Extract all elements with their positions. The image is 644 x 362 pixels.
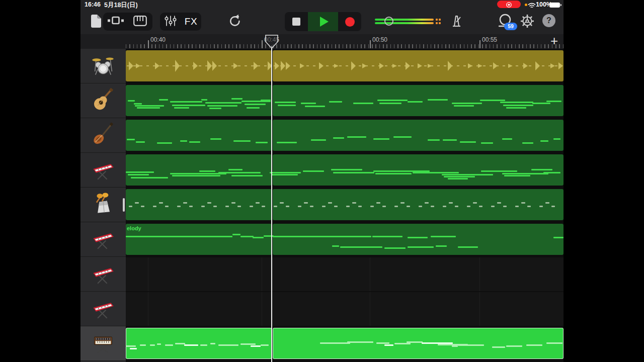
grid-line <box>370 257 370 291</box>
drums-icon <box>91 53 115 79</box>
percussion-icon <box>91 192 115 218</box>
document-browser-button[interactable] <box>90 14 102 28</box>
track-header-3[interactable] <box>80 118 126 153</box>
midi-note <box>253 237 264 238</box>
transport-controls <box>285 12 361 31</box>
playhead-marker[interactable] <box>265 35 279 51</box>
midi-note <box>225 206 229 207</box>
record-button[interactable] <box>338 12 361 31</box>
midi-note <box>184 344 198 346</box>
waveform-spike <box>193 62 198 70</box>
waveform-spike <box>448 61 452 71</box>
track-header-5[interactable] <box>80 188 126 222</box>
midi-note <box>245 104 266 105</box>
undo-button[interactable] <box>229 14 243 28</box>
midi-note <box>157 142 172 144</box>
midi-note <box>394 343 411 344</box>
grid-line <box>479 292 480 326</box>
midi-note <box>346 206 350 207</box>
grid-line <box>370 292 370 326</box>
midi-note <box>340 246 382 248</box>
track-controls-button[interactable] <box>160 13 181 31</box>
help-button[interactable]: ? <box>542 14 555 27</box>
ruler-major-tick <box>262 40 263 48</box>
midi-note <box>443 139 457 141</box>
tracks-view-button[interactable] <box>103 13 128 31</box>
waveform-spike <box>535 61 540 70</box>
view-segmented-control <box>103 13 152 31</box>
midi-note <box>218 172 261 173</box>
ruler-add-button[interactable]: + <box>550 33 558 49</box>
midi-note <box>551 206 555 207</box>
midi-note <box>540 140 548 142</box>
track-lane-empty-7[interactable] <box>126 257 564 291</box>
midi-note <box>172 175 220 176</box>
midi-note <box>240 343 256 345</box>
waveform-spike <box>508 64 513 68</box>
midi-note <box>189 206 193 207</box>
waveform-spike <box>493 62 498 69</box>
settings-button[interactable] <box>520 14 535 29</box>
midi-note <box>407 206 410 207</box>
ruler-major-tick <box>479 40 480 48</box>
midi-note <box>136 141 145 143</box>
midi-note <box>502 138 512 140</box>
midi-note <box>153 206 156 207</box>
stop-button[interactable] <box>285 12 308 31</box>
instrument-view-button[interactable] <box>128 13 152 31</box>
track-4-notes <box>126 154 564 186</box>
midi-note <box>460 141 476 143</box>
waveform-spike <box>254 62 258 70</box>
midi-note <box>278 105 296 106</box>
midi-note <box>379 103 401 104</box>
region-name-label: elody <box>127 225 141 231</box>
track-lane-area: elody <box>126 49 564 362</box>
midi-note <box>332 245 339 247</box>
midi-note <box>407 341 423 343</box>
midi-note <box>506 345 522 347</box>
track-scroll-indicator[interactable] <box>123 198 125 212</box>
screen-recording-indicator-icon[interactable] <box>497 1 521 8</box>
midi-note <box>209 108 221 109</box>
metronome-button[interactable] <box>449 14 463 28</box>
master-volume-slider[interactable] <box>375 17 441 26</box>
track-header-9[interactable] <box>80 326 126 361</box>
midi-note <box>201 99 207 101</box>
midi-note <box>526 344 542 346</box>
track-header-1[interactable] <box>80 49 126 83</box>
fx-button[interactable]: FX <box>181 13 201 31</box>
midi-note <box>502 173 548 174</box>
track-header-2[interactable] <box>80 83 126 118</box>
record-icon <box>345 17 355 27</box>
midi-note <box>458 344 484 346</box>
midi-note <box>497 202 501 204</box>
playhead-line[interactable] <box>271 46 272 362</box>
track-header-4[interactable] <box>80 153 126 188</box>
midi-note <box>553 138 560 140</box>
track-lane-empty-8[interactable] <box>126 292 564 326</box>
timeline-ruler[interactable]: 00:4000:4500:5000:55 + <box>80 34 564 49</box>
midi-note <box>376 202 380 204</box>
track-3-notes <box>126 120 564 151</box>
midi-note <box>207 202 211 204</box>
midi-note <box>157 343 161 345</box>
midi-note <box>546 342 562 344</box>
midi-note <box>135 105 164 107</box>
midi-note <box>261 344 269 346</box>
midi-note <box>394 206 398 207</box>
track-header-7[interactable] <box>80 257 126 292</box>
battery-icon <box>549 3 560 8</box>
midi-note <box>539 206 543 207</box>
waveform-spike <box>468 63 472 68</box>
volume-knob[interactable] <box>384 17 393 26</box>
mixer-sliders-icon <box>164 15 177 29</box>
track-header-8[interactable] <box>80 292 126 326</box>
midi-note <box>251 345 261 347</box>
midi-note <box>127 139 135 140</box>
midi-note <box>521 202 525 204</box>
midi-note <box>431 206 434 207</box>
midi-note <box>444 176 475 177</box>
waveform-spike <box>286 62 290 70</box>
play-button[interactable] <box>308 12 338 31</box>
track-header-6[interactable] <box>80 222 126 257</box>
